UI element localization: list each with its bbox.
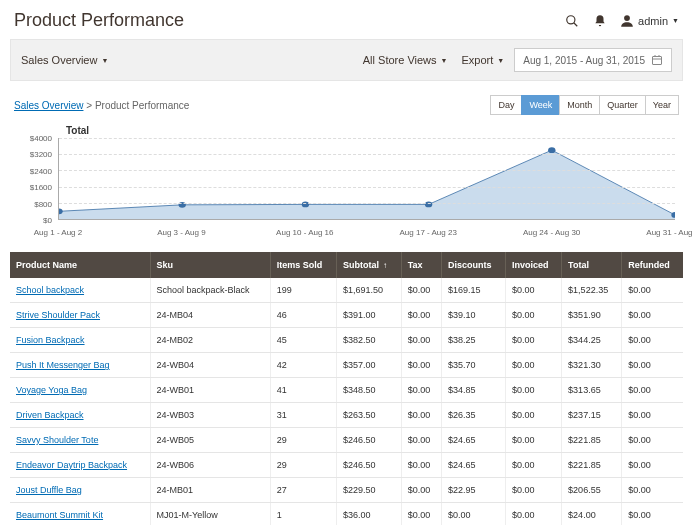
time-btn-month[interactable]: Month — [559, 95, 600, 115]
table-row: Strive Shoulder Pack24-MB0446$391.00$0.0… — [10, 303, 683, 328]
y-tick: $800 — [34, 199, 52, 208]
table-row: School backpackSchool backpack-Black199$… — [10, 278, 683, 303]
breadcrumb-link[interactable]: Sales Overview — [14, 100, 83, 111]
table-row: Savvy Shoulder Tote24-WB0529$246.50$0.00… — [10, 428, 683, 453]
product-link[interactable]: Joust Duffle Bag — [16, 485, 82, 495]
breadcrumb: Sales Overview > Product Performance — [14, 100, 189, 111]
svg-point-0 — [567, 15, 575, 23]
col-refunded[interactable]: Refunded — [622, 252, 683, 278]
table-row: Driven Backpack24-WB0331$263.50$0.00$26.… — [10, 403, 683, 428]
chevron-down-icon: ▼ — [672, 17, 679, 24]
col-invoiced[interactable]: Invoiced — [505, 252, 561, 278]
chevron-down-icon: ▼ — [101, 57, 108, 64]
x-label: Aug 10 - Aug 16 — [276, 228, 333, 237]
svg-rect-3 — [653, 57, 662, 65]
chart-svg — [59, 138, 675, 219]
time-btn-week[interactable]: Week — [521, 95, 560, 115]
admin-label: admin — [638, 15, 668, 27]
date-range-picker[interactable]: Aug 1, 2015 - Aug 31, 2015 — [514, 48, 672, 72]
x-label: Aug 17 - Aug 23 — [399, 228, 456, 237]
product-link[interactable]: Endeavor Daytrip Backpack — [16, 460, 127, 470]
table-row: Fusion Backpack24-MB0245$382.50$0.00$38.… — [10, 328, 683, 353]
y-tick: $1600 — [30, 183, 52, 192]
export-dropdown[interactable]: Export ▼ — [461, 54, 504, 66]
x-label: Aug 24 - Aug 30 — [523, 228, 580, 237]
table-row: Joust Duffle Bag24-MB0127$229.50$0.00$22… — [10, 478, 683, 503]
product-link[interactable]: Driven Backpack — [16, 410, 84, 420]
x-label: Aug 1 - Aug 2 — [34, 228, 82, 237]
time-btn-quarter[interactable]: Quarter — [599, 95, 646, 115]
col-product-name[interactable]: Product Name — [10, 252, 150, 278]
product-link[interactable]: Beaumont Summit Kit — [16, 510, 103, 520]
product-link[interactable]: Voyage Yoga Bag — [16, 385, 87, 395]
y-tick: $0 — [43, 216, 52, 225]
time-btn-year[interactable]: Year — [645, 95, 679, 115]
chart-title: Total — [14, 125, 679, 136]
table-row: Voyage Yoga Bag24-WB0141$348.50$0.00$34.… — [10, 378, 683, 403]
x-label: Aug 31 - Aug 31 — [646, 228, 693, 237]
svg-line-1 — [574, 22, 578, 26]
calendar-icon — [651, 54, 663, 66]
admin-menu[interactable]: admin ▼ — [620, 14, 679, 28]
product-table: Product NameSkuItems SoldSubtotal↑TaxDis… — [10, 252, 683, 525]
product-link[interactable]: Fusion Backpack — [16, 335, 85, 345]
product-link[interactable]: Savvy Shoulder Tote — [16, 435, 98, 445]
search-icon[interactable] — [564, 13, 580, 29]
table-row: Beaumont Summit KitMJ01-M-Yellow1$36.00$… — [10, 503, 683, 526]
bell-icon[interactable] — [592, 13, 608, 29]
x-label: Aug 3 - Aug 9 — [157, 228, 205, 237]
y-tick: $3200 — [30, 150, 52, 159]
col-subtotal[interactable]: Subtotal↑ — [337, 252, 402, 278]
col-sku[interactable]: Sku — [150, 252, 270, 278]
chevron-down-icon: ▼ — [497, 57, 504, 64]
page-title: Product Performance — [14, 10, 564, 31]
store-views-dropdown[interactable]: All Store Views ▼ — [363, 54, 448, 66]
chevron-down-icon: ▼ — [441, 57, 448, 64]
svg-point-2 — [624, 15, 630, 21]
y-tick: $4000 — [30, 134, 52, 143]
col-tax[interactable]: Tax — [401, 252, 441, 278]
table-row: Endeavor Daytrip Backpack24-WB0629$246.5… — [10, 453, 683, 478]
table-row: Push It Messenger Bag24-WB0442$357.00$0.… — [10, 353, 683, 378]
sort-arrow-icon: ↑ — [383, 261, 387, 270]
col-discounts[interactable]: Discounts — [441, 252, 505, 278]
y-tick: $2400 — [30, 166, 52, 175]
col-total[interactable]: Total — [562, 252, 622, 278]
time-btn-day[interactable]: Day — [490, 95, 522, 115]
product-link[interactable]: Strive Shoulder Pack — [16, 310, 100, 320]
col-items-sold[interactable]: Items Sold — [270, 252, 336, 278]
product-link[interactable]: Push It Messenger Bag — [16, 360, 110, 370]
svg-point-11 — [548, 147, 555, 153]
chart-area: $4000$3200$2400$1600$800$0 Aug 1 - Aug 2… — [14, 138, 679, 244]
sales-overview-dropdown[interactable]: Sales Overview ▼ — [21, 54, 108, 66]
product-link[interactable]: School backpack — [16, 285, 84, 295]
